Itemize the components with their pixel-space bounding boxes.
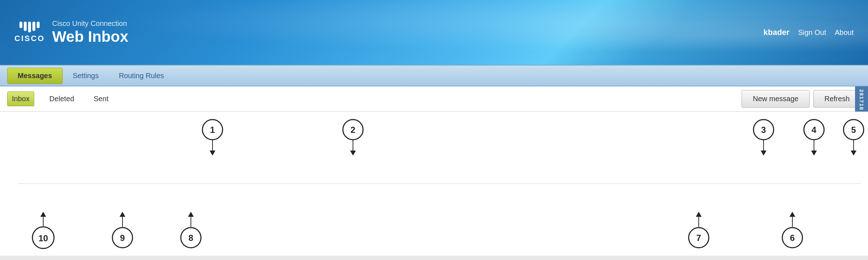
svg-text:6: 6 — [790, 233, 795, 243]
svg-text:2: 2 — [350, 125, 355, 135]
tab-deleted[interactable]: Deleted — [45, 92, 79, 106]
toolbar: Inbox Deleted Sent New message Refresh — [0, 86, 868, 112]
header-main-title: Web Inbox — [52, 28, 129, 45]
header-banner: cisco Cisco Unity Connection Web Inbox k… — [0, 0, 868, 65]
svg-text:5: 5 — [851, 125, 856, 135]
tabs-area: Inbox Deleted Sent — [7, 91, 742, 106]
side-strip-number: 281718 — [855, 86, 868, 113]
header-right: kbader Sign Out About — [764, 28, 854, 37]
svg-marker-24 — [40, 212, 46, 217]
svg-text:3: 3 — [761, 125, 766, 135]
annotations-svg: 1 2 3 4 5 — [0, 112, 868, 260]
cisco-bar-4 — [32, 22, 35, 31]
tab-inbox[interactable]: Inbox — [7, 91, 34, 106]
svg-marker-19 — [851, 151, 856, 156]
cisco-bar-2 — [24, 22, 27, 31]
page-wrapper: cisco Cisco Unity Connection Web Inbox k… — [0, 0, 868, 256]
svg-marker-36 — [696, 212, 702, 217]
nav-item-settings[interactable]: Settings — [63, 68, 109, 84]
cisco-bar-5 — [37, 22, 40, 28]
cisco-bar-3 — [28, 22, 31, 32]
svg-marker-28 — [120, 212, 125, 217]
svg-text:9: 9 — [120, 233, 125, 243]
header-left: cisco Cisco Unity Connection Web Inbox — [14, 19, 128, 45]
svg-marker-40 — [789, 212, 795, 217]
svg-marker-32 — [188, 212, 194, 217]
svg-text:1: 1 — [210, 125, 215, 135]
svg-marker-15 — [811, 151, 817, 156]
username-display: kbader — [764, 28, 789, 37]
nav-item-routing-rules[interactable]: Routing Rules — [109, 68, 174, 84]
new-message-button[interactable]: New message — [742, 90, 810, 108]
annotation-section: 1 2 3 4 5 — [0, 112, 868, 256]
cisco-bar-1 — [19, 22, 22, 28]
svg-text:10: 10 — [39, 233, 48, 243]
cisco-bars-icon — [19, 22, 40, 32]
nav-bar: Messages Settings Routing Rules — [0, 65, 868, 86]
nav-item-messages[interactable]: Messages — [7, 68, 63, 84]
svg-marker-11 — [761, 151, 766, 156]
cisco-brand-text: cisco — [14, 34, 45, 43]
toolbar-buttons: New message Refresh — [742, 90, 861, 108]
svg-text:4: 4 — [811, 125, 816, 135]
svg-text:8: 8 — [188, 233, 193, 243]
header-title-block: Cisco Unity Connection Web Inbox — [52, 19, 129, 45]
svg-text:7: 7 — [696, 233, 701, 243]
header-subtitle: Cisco Unity Connection — [52, 19, 129, 28]
cisco-logo: cisco — [14, 22, 45, 43]
tab-sent[interactable]: Sent — [89, 92, 113, 106]
refresh-button[interactable]: Refresh — [813, 90, 861, 108]
signout-link[interactable]: Sign Out — [798, 28, 826, 37]
about-link[interactable]: About — [835, 28, 854, 37]
svg-marker-7 — [350, 151, 356, 156]
svg-marker-3 — [210, 151, 215, 156]
